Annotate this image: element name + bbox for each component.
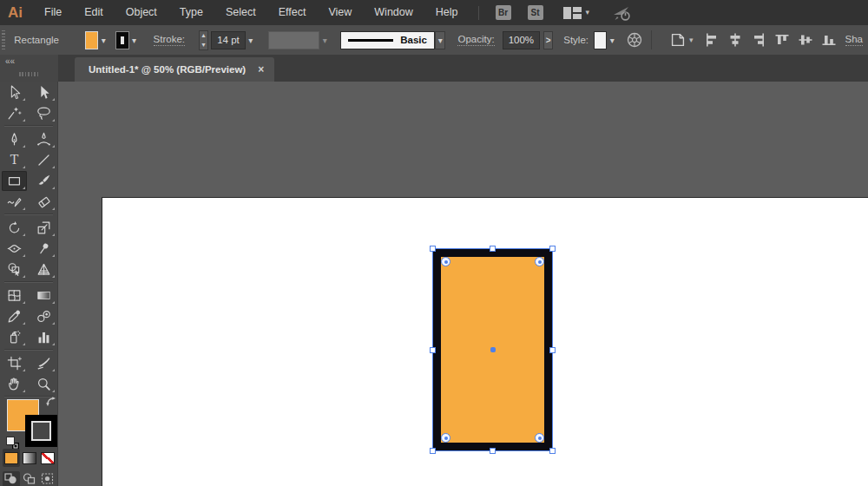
slice-tool[interactable] (31, 353, 56, 373)
corner-widget-bottom-right[interactable] (535, 433, 544, 443)
control-bar: Rectangle Stroke: ▲▼ 14 pt Basic Opacity… (0, 25, 868, 56)
shape-builder-tool[interactable] (2, 259, 27, 279)
corner-widget-top-right[interactable] (535, 257, 544, 266)
center-point[interactable] (490, 347, 496, 352)
menu-file[interactable]: File (33, 0, 73, 25)
selection-handle-sw[interactable] (430, 448, 436, 454)
stroke-proxy-swatch[interactable] (25, 415, 57, 447)
selection-tool[interactable] (2, 82, 27, 102)
hand-tool[interactable] (2, 374, 27, 394)
scale-tool[interactable] (31, 218, 56, 238)
perspective-grid-tool[interactable] (31, 259, 56, 279)
align-bottom-button[interactable] (821, 32, 837, 48)
opacity-more-button[interactable]: > (543, 31, 553, 49)
paintbrush-tool[interactable] (31, 171, 56, 191)
selection-handle-e[interactable] (549, 347, 556, 353)
pen-tool[interactable] (2, 129, 27, 149)
stroke-weight-dropdown[interactable] (246, 31, 256, 49)
selection-handle-ne[interactable] (549, 246, 556, 252)
selected-rectangle[interactable] (433, 249, 552, 450)
close-tab-button[interactable]: × (258, 63, 264, 76)
blend-tool[interactable] (31, 306, 56, 326)
draw-inside-button[interactable] (39, 471, 56, 486)
menu-help[interactable]: Help (424, 0, 470, 25)
fill-color-dropdown[interactable] (98, 31, 108, 49)
fill-color-swatch[interactable] (85, 31, 98, 49)
align-vertical-center-button[interactable] (798, 32, 813, 48)
menu-type[interactable]: Type (168, 0, 214, 25)
align-top-button[interactable] (774, 32, 790, 48)
eraser-tool[interactable] (31, 192, 56, 212)
workspace-switcher[interactable]: ▾ (563, 7, 590, 19)
app-logo[interactable]: Ai (8, 4, 23, 22)
menu-view[interactable]: View (317, 0, 363, 25)
menu-select[interactable]: Select (214, 0, 267, 25)
mesh-tool[interactable] (2, 286, 27, 305)
menu-window[interactable]: Window (363, 0, 424, 25)
graphic-style-swatch[interactable] (594, 31, 607, 49)
artboard-tool[interactable] (2, 353, 27, 373)
default-fill-stroke-icon[interactable] (6, 437, 19, 450)
gradient-button[interactable] (21, 449, 38, 467)
canvas[interactable] (58, 82, 868, 486)
direct-selection-tool[interactable] (31, 82, 56, 102)
profile-dropdown[interactable] (435, 31, 446, 49)
recolor-artwork-button[interactable] (626, 31, 643, 49)
selection-handle-se[interactable] (549, 448, 556, 454)
graphic-style-dropdown[interactable] (607, 31, 617, 49)
align-right-button[interactable] (751, 32, 766, 48)
document-setup-button[interactable]: ▾ (668, 30, 694, 49)
opacity-panel-link[interactable]: Opacity: (457, 34, 494, 46)
active-tool-label: Rectangle (14, 35, 59, 45)
svg-text:T: T (10, 153, 18, 167)
none-button[interactable] (39, 449, 56, 467)
corner-widget-top-left[interactable] (441, 257, 450, 266)
selection-handle-w[interactable] (430, 347, 436, 353)
menu-object[interactable]: Object (115, 0, 168, 25)
menu-edit[interactable]: Edit (73, 0, 115, 25)
selection-handle-n[interactable] (490, 246, 496, 252)
bridge-button[interactable]: Br (496, 5, 511, 20)
gpu-performance-icon[interactable] (612, 4, 633, 22)
stroke-weight-input[interactable]: 14 pt (211, 31, 246, 49)
shaper-tool[interactable] (2, 192, 27, 212)
eyedropper-tool[interactable] (2, 306, 27, 326)
stock-button[interactable]: St (528, 5, 543, 20)
stroke-weight-stepper[interactable]: ▲▼ (199, 30, 208, 50)
draw-normal-button[interactable] (3, 471, 20, 486)
zoom-tool[interactable] (31, 374, 56, 394)
variable-width-profile[interactable]: Basic (340, 31, 435, 49)
width-tool[interactable] (2, 239, 27, 259)
curvature-tool[interactable] (31, 129, 56, 149)
menu-effect[interactable]: Effect (267, 0, 318, 25)
shape-panel-link[interactable]: Sha (845, 34, 863, 46)
stroke-color-swatch[interactable] (115, 31, 128, 49)
collapse-panel-button[interactable]: «« (5, 56, 15, 66)
panel-grip[interactable] (19, 72, 40, 76)
selection-handle-s[interactable] (490, 448, 496, 454)
corner-widget-bottom-left[interactable] (441, 433, 450, 443)
selection-handle-nw[interactable] (430, 246, 436, 252)
align-horizontal-center-button[interactable] (727, 32, 743, 48)
document-tab[interactable]: Untitled-1* @ 50% (RGB/Preview) × (75, 57, 274, 82)
swap-fill-stroke-icon[interactable] (45, 396, 56, 407)
align-left-button[interactable] (704, 32, 720, 48)
rotate-tool[interactable] (2, 218, 27, 238)
controlbar-grip[interactable] (2, 30, 5, 49)
color-button[interactable] (3, 449, 20, 467)
puppet-warp-tool[interactable] (31, 239, 56, 259)
stroke-color-dropdown[interactable] (129, 31, 140, 49)
tools-panel: T (0, 82, 58, 486)
line-segment-tool[interactable] (31, 150, 56, 170)
magic-wand-tool[interactable] (2, 103, 27, 123)
opacity-input[interactable]: 100% (503, 31, 540, 49)
stroke-panel-link[interactable]: Stroke: (154, 34, 185, 46)
type-tool[interactable]: T (2, 150, 27, 170)
column-graph-tool[interactable] (31, 327, 56, 347)
draw-mode-buttons (0, 471, 58, 486)
draw-behind-button[interactable] (21, 471, 38, 486)
gradient-tool[interactable] (31, 286, 56, 305)
lasso-tool[interactable] (31, 103, 56, 123)
symbol-sprayer-tool[interactable] (2, 327, 27, 347)
rectangle-tool[interactable] (2, 171, 27, 191)
